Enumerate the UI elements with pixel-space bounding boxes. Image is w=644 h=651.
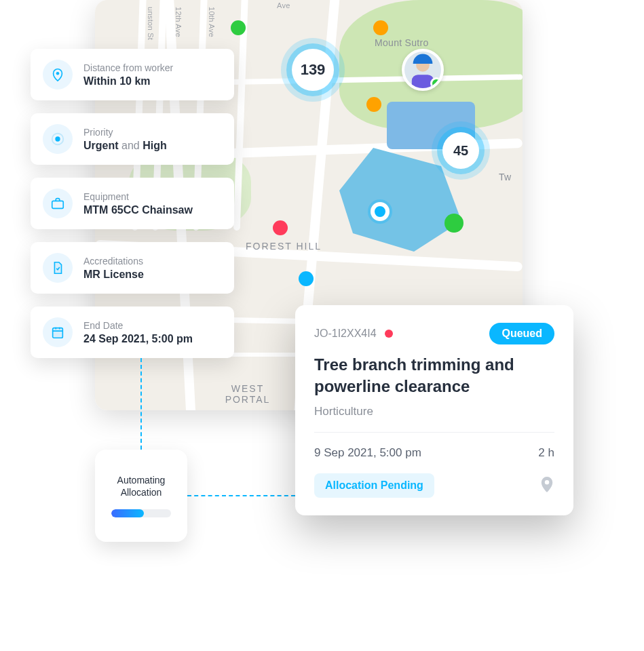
filter-distance[interactable]: Distance from worker Within 10 km — [31, 49, 234, 100]
map-marker-green[interactable] — [231, 20, 246, 35]
job-title: Tree branch trimming and powerline clear… — [314, 354, 554, 398]
filter-value: Urgent and High — [83, 140, 167, 152]
filter-value: Within 10 km — [83, 75, 173, 87]
briefcase-icon — [43, 189, 73, 218]
filter-accreditations[interactable]: Accreditations MR License — [31, 242, 234, 294]
automation-label: AutomatingAllocation — [117, 474, 166, 498]
map-cluster[interactable]: 45 — [442, 132, 479, 169]
filter-label: Distance from worker — [83, 62, 173, 73]
filter-equipment[interactable]: Equipment MTM 65CC Chainsaw — [31, 178, 234, 229]
job-card[interactable]: JO-1I2XX4I4 Queued Tree branch trimming … — [295, 305, 573, 515]
map-street-label: 12th Ave — [174, 7, 183, 37]
selected-location-pin-icon[interactable] — [371, 202, 390, 221]
map-marker-cyan[interactable] — [299, 271, 314, 286]
filter-end-date[interactable]: End Date 24 Sep 2021, 5:00 pm — [31, 307, 234, 358]
filter-priority[interactable]: Priority Urgent and High — [31, 113, 234, 165]
priority-indicator-icon — [385, 330, 393, 338]
priority-dot-icon — [43, 124, 73, 154]
map-marker-orange[interactable] — [366, 97, 381, 112]
filter-label: End Date — [83, 320, 193, 331]
map-marker-red[interactable] — [273, 220, 288, 235]
svg-point-3 — [56, 72, 60, 75]
map-label: FOREST HILL — [246, 241, 322, 252]
filter-label: Priority — [83, 127, 167, 138]
map-marker-green[interactable] — [444, 214, 463, 233]
svg-point-5 — [55, 136, 60, 141]
map-street-label: unston St — [147, 7, 155, 40]
map-pin-icon — [43, 60, 73, 90]
filter-value: MR License — [83, 269, 144, 281]
automation-progress — [111, 509, 171, 517]
location-pin-icon[interactable] — [539, 475, 554, 496]
job-datetime: 9 Sep 2021, 5:00 pm — [314, 446, 421, 460]
filter-label: Accreditations — [83, 256, 144, 267]
status-badge: Queued — [489, 323, 554, 344]
allocation-status-badge: Allocation Pending — [314, 473, 434, 498]
worker-avatar[interactable] — [402, 49, 444, 91]
filter-value: 24 Sep 2021, 5:00 pm — [83, 333, 193, 345]
filter-label: Equipment — [83, 191, 193, 202]
document-check-icon — [43, 253, 73, 283]
svg-point-8 — [545, 480, 549, 484]
map-label: Mount Sutro — [375, 37, 429, 48]
map-street-label: 10th Ave — [208, 7, 216, 37]
calendar-icon — [43, 317, 73, 347]
map-label: Tw — [499, 172, 512, 182]
filter-value: MTM 65CC Chainsaw — [83, 204, 193, 216]
automation-status-card: AutomatingAllocation — [95, 450, 187, 542]
svg-rect-7 — [53, 328, 63, 338]
map-cluster[interactable]: 139 — [292, 49, 334, 91]
map-marker-orange[interactable] — [373, 20, 388, 35]
job-id: JO-1I2XX4I4 — [314, 328, 377, 340]
connector-line — [187, 495, 295, 496]
job-duration: 2 h — [538, 446, 554, 460]
map-label: WEST PORTAL — [207, 383, 288, 405]
map-street-label: Ave — [277, 1, 290, 9]
svg-rect-6 — [52, 201, 64, 208]
divider — [314, 432, 554, 433]
connector-line — [140, 358, 142, 450]
job-category: Horticulture — [314, 405, 554, 418]
